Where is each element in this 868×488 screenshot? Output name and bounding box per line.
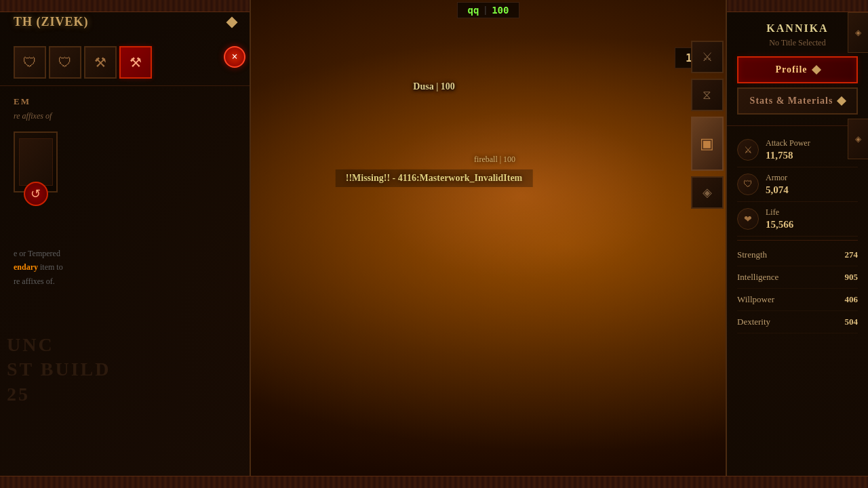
- stats-section: ⚔ Attack Power 11,758 🛡 Armor 5,074 ❤ Li…: [727, 126, 868, 340]
- life-value: 15,566: [766, 219, 858, 230]
- craft-icon: ⚒: [94, 54, 106, 70]
- char-section: KANNIKA No Title Selected Profile Stats …: [727, 12, 868, 126]
- item-label: EM: [14, 96, 236, 107]
- intelligence-label: Intelligence: [737, 272, 778, 283]
- profile-label: Profile: [775, 64, 807, 75]
- right-item-4[interactable]: ◈: [691, 176, 724, 209]
- stats-materials-button[interactable]: Stats & Materials: [737, 87, 858, 115]
- right-items-panel: ⚔ ⧖ ▣ ◈: [688, 0, 726, 488]
- panel-title-text: TH (ZIVEK): [14, 15, 89, 29]
- bottom-border-decoration: [0, 476, 868, 488]
- legendary-text: endary: [14, 262, 38, 272]
- life-icon: ❤: [737, 208, 759, 230]
- stats-divider: [737, 240, 858, 241]
- top-border-decoration: [0, 0, 250, 12]
- right-item-3-icon: ▣: [700, 135, 714, 152]
- bookmark-mid-icon: ◈: [855, 134, 861, 144]
- resource-display: qq | 100: [457, 2, 520, 18]
- right-item-2-icon: ⧖: [703, 88, 711, 102]
- defense-icon: 🛡: [58, 55, 72, 70]
- resource-name: qq: [468, 5, 479, 16]
- char-name-float: Dusa | 100: [413, 81, 454, 92]
- info-line-1: e or Tempered: [14, 247, 236, 260]
- intelligence-value: 905: [845, 272, 859, 283]
- toolbar-btn-restore[interactable]: 🛡: [14, 46, 46, 79]
- watermark-line-2: ST BUILD: [7, 357, 111, 382]
- attack-power-icon: ⚔: [737, 139, 759, 161]
- right-item-1[interactable]: ⚔: [691, 41, 724, 73]
- profile-button[interactable]: Profile: [737, 56, 858, 83]
- toolbar-btn-craft[interactable]: ⚒: [84, 46, 117, 79]
- profile-diamond-icon: [812, 65, 821, 75]
- left-panel: TH (ZIVEK) × 🛡 🛡 ⚒ ⚒ EM re affixes of: [0, 0, 251, 488]
- strength-value: 274: [845, 249, 859, 260]
- rp-top-border: [727, 0, 868, 12]
- masterwork-icon: ⚒: [130, 54, 142, 70]
- dexterity-value: 504: [845, 317, 859, 327]
- npc-name-float: fireball | 100: [474, 155, 515, 165]
- restore-icon: 🛡: [23, 55, 37, 70]
- right-item-3[interactable]: ▣: [691, 117, 724, 171]
- stat-row-life: ❤ Life 15,566: [737, 202, 858, 237]
- armor-name: Armor: [766, 173, 858, 183]
- right-item-4-icon: ◈: [703, 185, 712, 200]
- life-info: Life 15,566: [766, 207, 858, 230]
- watermark: UNC ST BUILD 25: [7, 333, 111, 407]
- armor-value: 5,074: [766, 184, 858, 196]
- error-message: !!Missing!! - 4116:Masterwork_InvalidIte…: [336, 169, 533, 187]
- info-line-3: re affixes of.: [14, 274, 236, 288]
- attack-power-info: Attack Power 11,758: [766, 138, 858, 161]
- attack-power-name: Attack Power: [766, 138, 858, 148]
- willpower-value: 406: [845, 294, 859, 305]
- stat-row-willpower: Willpower 406: [737, 289, 858, 311]
- watermark-line-3: 25: [7, 382, 111, 407]
- info-text: e or Tempered endary item to re affixes …: [14, 247, 236, 288]
- strength-label: Strength: [737, 249, 767, 260]
- item-slot-inner: [19, 138, 53, 186]
- rp-bookmark-top[interactable]: ◈: [848, 12, 868, 53]
- resource-separator: |: [484, 5, 486, 16]
- life-name: Life: [766, 207, 858, 218]
- item-slot-container: ↺: [14, 131, 236, 213]
- dexterity-label: Dexterity: [737, 317, 770, 327]
- stat-row-intelligence: Intelligence 905: [737, 266, 858, 289]
- stats-label: Stats & Materials: [750, 96, 833, 106]
- bookmark-top-icon: ◈: [855, 28, 861, 38]
- item-affix-label: re affixes of: [14, 111, 236, 121]
- watermark-line-1: UNC: [7, 333, 111, 357]
- rp-content: KANNIKA No Title Selected Profile Stats …: [727, 0, 868, 340]
- top-resource-bar: qq | 100: [251, 0, 726, 20]
- toolbar-btn-masterwork[interactable]: ⚒: [119, 46, 152, 79]
- toolbar: 🛡 🛡 ⚒ ⚒: [0, 39, 250, 85]
- right-panel: ◈ ◈ KANNIKA No Title Selected Profile St…: [726, 0, 868, 488]
- stats-diamond-icon: [837, 96, 846, 106]
- right-item-1-icon: ⚔: [702, 49, 713, 64]
- refresh-button[interactable]: ↺: [24, 182, 48, 206]
- stat-row-armor: 🛡 Armor 5,074: [737, 167, 858, 202]
- info-line-2: endary item to: [14, 260, 236, 274]
- toolbar-btn-defense[interactable]: 🛡: [49, 46, 81, 79]
- stat-row-dexterity: Dexterity 504: [737, 311, 858, 333]
- willpower-label: Willpower: [737, 294, 774, 305]
- rp-char-name: KANNIKA: [737, 22, 858, 35]
- attack-power-value: 11,758: [766, 150, 858, 161]
- title-diamond-icon: [226, 16, 238, 28]
- info-text-block: e or Tempered endary item to re affixes …: [0, 237, 250, 298]
- rp-bookmark-mid[interactable]: ◈: [848, 119, 868, 159]
- armor-icon: 🛡: [737, 174, 759, 195]
- rp-title: No Title Selected: [737, 38, 858, 48]
- resource-value: 100: [492, 5, 509, 16]
- armor-info: Armor 5,074: [766, 173, 858, 196]
- close-button[interactable]: ×: [224, 46, 245, 68]
- stat-row-strength: Strength 274: [737, 244, 858, 266]
- stat-row-attack-power: ⚔ Attack Power 11,758: [737, 133, 858, 167]
- item-section: EM re affixes of ↺: [0, 85, 250, 237]
- right-item-2[interactable]: ⧖: [691, 79, 724, 111]
- refresh-icon: ↺: [31, 186, 41, 201]
